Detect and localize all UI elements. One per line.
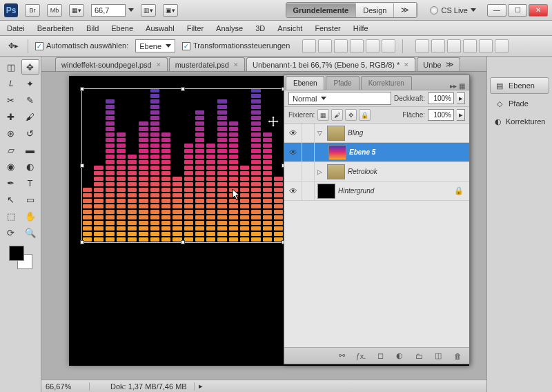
doc-tab-2[interactable]: Unbenannt-1 bei 66,7% (Ebene 5, RGB/8) *… [246,57,415,71]
dist-top-button[interactable] [415,39,429,53]
visibility-toggle[interactable]: 👁 [284,143,302,161]
transform-controls-check[interactable]: ✓Transformationssteuerungen [182,41,290,50]
fill-input[interactable] [428,109,454,121]
menu-hilfe[interactable]: Hilfe [353,24,368,32]
menu-ansicht[interactable]: Ansicht [277,24,302,32]
panel-collapse[interactable]: ▸▸ ▦ [446,82,469,90]
chevron-down-icon[interactable] [128,8,134,12]
layer-row[interactable]: 👁Ebene 5 [284,143,469,162]
layer-name[interactable]: Ebene 5 [349,148,375,156]
opacity-dd[interactable]: ▸ [457,92,465,104]
doc-tab-3[interactable]: Unbe≫ [417,57,460,71]
menu-3d[interactable]: 3D [255,24,265,32]
visibility-toggle[interactable]: 👁 [284,124,302,142]
close-icon[interactable]: ✕ [233,61,239,68]
close-icon[interactable]: ✕ [404,61,409,68]
lock-pixels-button[interactable]: 🖌 [331,109,343,121]
align-bottom-button[interactable] [334,39,348,53]
menu-ebene[interactable]: Ebene [111,24,133,32]
align-top-button[interactable] [302,39,316,53]
fx-button[interactable]: ƒx. [355,350,367,362]
workspace-more[interactable]: ≫ [394,3,417,17]
shape-tool[interactable]: ▭ [21,192,39,207]
dist-hcenter-button[interactable] [479,39,493,53]
layer-row[interactable]: 👁Hintergrund🔒 [284,182,469,201]
view-extras-button[interactable]: ▦▾ [69,4,84,17]
layer-row[interactable]: ▷Retrolook [284,162,469,182]
link-layers-button[interactable]: ⚯ [335,350,348,362]
delete-layer-button[interactable]: 🗑 [451,350,464,362]
workspace-tab-design[interactable]: Design [356,3,394,17]
doc-tab-1[interactable]: musterdatei.psd✕ [169,57,245,71]
path-select-tool[interactable]: ↖ [2,192,20,207]
dist-right-button[interactable] [495,39,509,53]
status-more[interactable]: ▸ [195,382,207,391]
history-brush-tool[interactable]: ↺ [21,126,39,141]
zoom-input[interactable] [91,4,126,17]
minimize-button[interactable]: — [487,4,506,17]
menu-fenster[interactable]: Fenster [315,24,340,32]
hand-tool[interactable]: ✋ [21,208,39,224]
auto-select-check[interactable]: ✓Automatisch auswählen: [35,41,128,50]
marquee-tool[interactable]: ◫ [2,59,20,75]
mask-button[interactable]: ◻ [374,350,386,362]
minibridge-button[interactable]: Mb [47,4,62,17]
dock-pfade[interactable]: ◇Pfade [490,95,549,112]
layer-name[interactable]: Bling [348,129,363,137]
pen-tool[interactable]: ✒ [2,175,20,190]
fill-dd[interactable]: ▸ [457,109,465,121]
menu-bild[interactable]: Bild [86,24,99,32]
eraser-tool[interactable]: ▱ [2,142,20,157]
blur-tool[interactable]: ◉ [2,159,20,174]
menu-analyse[interactable]: Analyse [216,24,243,32]
align-left-button[interactable] [350,39,364,53]
gradient-tool[interactable]: ▬ [21,142,39,157]
align-right-button[interactable] [382,39,395,53]
rotate-view-tool[interactable]: ⟳ [2,225,20,240]
new-layer-button[interactable]: ◫ [432,350,444,362]
menu-bearbeiten[interactable]: Bearbeiten [37,24,74,32]
visibility-toggle[interactable] [284,162,302,181]
panel-tab-korrekturen[interactable]: Korrekturen [361,76,412,90]
eyedropper-tool[interactable]: ✎ [21,92,39,108]
visibility-toggle[interactable]: 👁 [284,182,302,200]
lock-trans-button[interactable]: ▦ [317,109,329,121]
workspace-tab-grundelemente[interactable]: Grundelemente [286,3,357,17]
dist-left-button[interactable] [463,39,477,53]
zoom-tool[interactable]: 🔍 [21,225,39,240]
bridge-button[interactable]: Br [25,4,40,17]
align-vcenter-button[interactable] [318,39,332,53]
layer-row[interactable]: 👁▽Bling [284,124,469,143]
screen-mode-button[interactable]: ▣▾ [163,4,178,17]
panel-tab-ebenen[interactable]: Ebenen [286,76,324,90]
disclosure-icon[interactable]: ▽ [315,130,324,137]
menu-filter[interactable]: Filter [187,24,204,32]
healing-tool[interactable]: ✚ [2,109,20,124]
lock-all-button[interactable]: 🔒 [359,109,371,121]
dock-ebenen[interactable]: ▤Ebenen [490,77,549,94]
clone-tool[interactable]: ⊛ [2,126,20,141]
close-button[interactable]: ✕ [529,4,548,17]
more-icon[interactable]: ≫ [446,60,454,69]
doc-tab-0[interactable]: windeffekt-soundpegel.psd✕ [55,57,168,71]
adjustment-button[interactable]: ◐ [393,350,406,362]
disclosure-icon[interactable]: ▷ [315,168,324,175]
foreground-color[interactable] [9,246,24,261]
zoom-combo[interactable] [91,4,134,17]
status-zoom[interactable]: 66,67% [41,382,90,391]
maximize-button[interactable]: ☐ [508,4,527,17]
cslive-button[interactable]: CS Live [430,6,476,14]
menu-datei[interactable]: Datei [7,24,25,32]
lasso-tool[interactable]: 𝘓 [2,76,20,91]
dist-bottom-button[interactable] [447,39,461,53]
layer-name[interactable]: Hintergrund [338,187,374,195]
crop-tool[interactable]: ✂ [2,92,20,108]
align-hcenter-button[interactable] [366,39,379,53]
status-doc-size[interactable]: Dok: 1,37 MB/7,46 MB [103,382,195,391]
layer-name[interactable]: Retrolook [348,168,377,175]
menu-auswahl[interactable]: Auswahl [146,24,175,32]
move-tool[interactable]: ✥ [21,59,39,75]
opacity-input[interactable] [428,92,454,104]
dist-vcenter-button[interactable] [431,39,445,53]
dock-korrekturen[interactable]: ◐Korrekturen [490,113,549,130]
